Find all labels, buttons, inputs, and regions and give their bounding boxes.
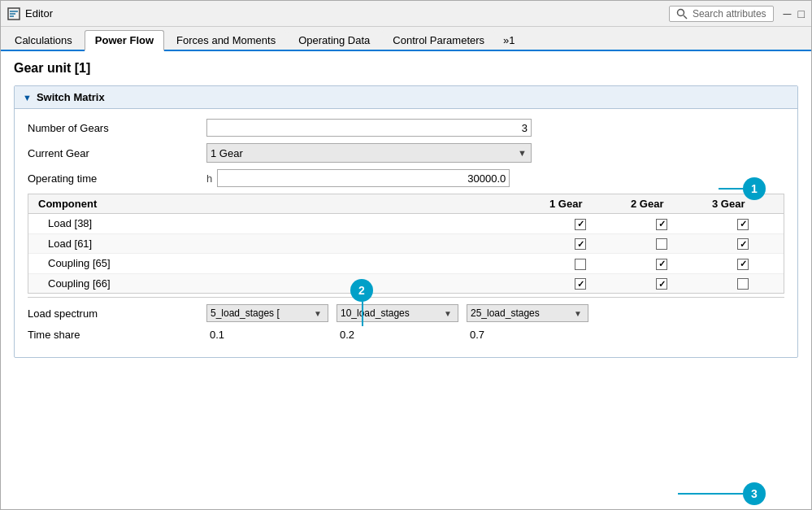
- component-row-1-gear3-cell: [702, 233, 784, 254]
- component-row-1-gear2-cell: [621, 233, 702, 254]
- component-row-3-gear2-cell: [621, 273, 702, 293]
- search-placeholder: Search attributes: [693, 8, 766, 20]
- tab-control-parameters[interactable]: Control Parameters: [382, 30, 495, 50]
- annotation-1-label: 1: [751, 182, 758, 195]
- page-content-area: Gear unit [1] ▼ Switch Matrix Number of …: [1, 51, 811, 509]
- time-share-cells: 0.1 0.2 0.7: [206, 327, 784, 342]
- svg-line-5: [684, 15, 687, 19]
- checkbox-row0-gear2[interactable]: [656, 219, 667, 230]
- component-row-2-gear3-cell: [702, 254, 784, 274]
- panel-body: Number of Gears Current Gear 1 Gear 2 Ge…: [15, 109, 797, 357]
- operating-time-row: Operating time h: [28, 169, 784, 187]
- col-header-gear3: 3 Gear: [702, 194, 784, 214]
- checkbox-row0-gear3[interactable]: [737, 219, 749, 230]
- tab-operating-data[interactable]: Operating Data: [288, 30, 380, 50]
- tab-power-flow[interactable]: Power Flow: [85, 30, 164, 51]
- operating-time-label: Operating time: [28, 172, 206, 185]
- time-share-cell-1: 0.1: [206, 327, 337, 342]
- checkbox-row3-gear3[interactable]: [737, 278, 749, 290]
- window-title: Editor: [25, 7, 53, 20]
- checkbox-row2-gear3[interactable]: [737, 259, 749, 270]
- search-bar[interactable]: Search attributes: [669, 6, 774, 22]
- col-header-gear2: 2 Gear: [621, 194, 702, 214]
- page-title: Gear unit [1]: [14, 61, 798, 76]
- component-row-3-gear1-cell: [540, 273, 621, 293]
- tab-bar: Calculations Power Flow Forces and Momen…: [1, 27, 811, 51]
- checkbox-row1-gear2[interactable]: [656, 238, 667, 250]
- load-spectrum-cell-3: 25_load_stages ▼: [467, 304, 597, 322]
- annotation-2-label: 2: [358, 284, 365, 297]
- minimize-button[interactable]: ─: [784, 8, 792, 20]
- current-gear-select[interactable]: 1 Gear 2 Gear 3 Gear: [206, 143, 532, 163]
- operating-time-input[interactable]: [217, 169, 510, 187]
- component-row-0-gear3-cell: [702, 214, 784, 234]
- svg-point-4: [677, 9, 684, 15]
- checkbox-row1-gear1[interactable]: [575, 238, 586, 250]
- annotation-2: 2: [350, 279, 373, 302]
- component-name: Load [61]: [28, 233, 540, 254]
- annotation-3-label: 3: [751, 487, 758, 500]
- annotation-3: 3: [743, 482, 766, 505]
- load-spectrum-select-3[interactable]: 25_load_stages: [467, 304, 588, 322]
- search-icon: [676, 8, 688, 20]
- bottom-rows: Load spectrum 5_load_stages [ ▼: [28, 297, 784, 342]
- table-row: Coupling [66]: [28, 273, 784, 293]
- component-table-wrapper: Component 1 Gear 2 Gear 3 Gear Load [38]…: [28, 194, 784, 294]
- checkbox-row3-gear1[interactable]: [575, 278, 586, 290]
- checkbox-row3-gear2[interactable]: [656, 278, 667, 290]
- load-spectrum-cells: 5_load_stages [ ▼ 10_load_stages ▼: [206, 304, 784, 322]
- time-share-cell-3: 0.7: [467, 327, 597, 342]
- component-row-1-gear1-cell: [540, 233, 621, 254]
- checkbox-row1-gear3[interactable]: [737, 238, 749, 250]
- component-row-3-gear3-cell: [702, 273, 784, 293]
- component-table: Component 1 Gear 2 Gear 3 Gear Load [38]…: [28, 194, 784, 293]
- time-share-row: Time share 0.1 0.2 0.7: [28, 327, 784, 342]
- checkbox-row0-gear1[interactable]: [575, 219, 586, 230]
- panel-title: Switch Matrix: [37, 91, 105, 103]
- col-header-component: Component: [28, 194, 540, 214]
- tab-calculations[interactable]: Calculations: [4, 30, 83, 50]
- annotation-1: 1: [743, 177, 766, 200]
- tab-overflow[interactable]: »1: [497, 31, 521, 50]
- table-row: Load [38]: [28, 214, 784, 234]
- component-row-0-gear2-cell: [621, 214, 702, 234]
- number-of-gears-label: Number of Gears: [28, 122, 206, 134]
- component-name: Load [38]: [28, 214, 540, 234]
- table-header-row: Component 1 Gear 2 Gear 3 Gear: [28, 194, 784, 214]
- editor-icon: [7, 7, 20, 20]
- load-spectrum-select-2[interactable]: 10_load_stages: [337, 304, 458, 322]
- component-name: Coupling [65]: [28, 254, 540, 274]
- annotation-3-line: [678, 493, 743, 495]
- number-of-gears-row: Number of Gears: [28, 119, 784, 137]
- operating-time-unit: h: [206, 172, 212, 185]
- panel-collapse-arrow[interactable]: ▼: [23, 93, 32, 102]
- number-of-gears-input[interactable]: [206, 119, 532, 137]
- component-row-0-gear1-cell: [540, 214, 621, 234]
- load-spectrum-cell-2: 10_load_stages ▼: [337, 304, 467, 322]
- panel-header[interactable]: ▼ Switch Matrix: [15, 86, 797, 109]
- load-spectrum-cell-1: 5_load_stages [ ▼: [206, 304, 337, 322]
- content-area: Gear unit [1] ▼ Switch Matrix Number of …: [1, 51, 811, 368]
- load-spectrum-select-1[interactable]: 5_load_stages [: [206, 304, 328, 322]
- current-gear-select-wrapper: 1 Gear 2 Gear 3 Gear ▼: [206, 143, 532, 163]
- maximize-button[interactable]: □: [798, 8, 805, 20]
- col-header-gear1: 1 Gear: [540, 194, 621, 214]
- time-share-label: Time share: [28, 329, 206, 341]
- table-row: Load [61]: [28, 233, 784, 254]
- checkbox-row2-gear1[interactable]: [575, 259, 586, 270]
- component-name: Coupling [66]: [28, 273, 540, 293]
- table-row: Coupling [65]: [28, 254, 784, 274]
- tab-forces-moments[interactable]: Forces and Moments: [166, 30, 286, 50]
- load-spectrum-row: Load spectrum 5_load_stages [ ▼: [28, 304, 784, 322]
- title-bar: Editor Search attributes ─ □: [1, 1, 811, 27]
- current-gear-row: Current Gear 1 Gear 2 Gear 3 Gear ▼: [28, 143, 784, 163]
- checkbox-row2-gear2[interactable]: [656, 259, 667, 270]
- component-row-2-gear2-cell: [621, 254, 702, 274]
- switch-matrix-panel: ▼ Switch Matrix Number of Gears Current …: [14, 85, 798, 358]
- load-spectrum-label: Load spectrum: [28, 307, 206, 320]
- time-share-cell-2: 0.2: [337, 327, 467, 342]
- current-gear-label: Current Gear: [28, 147, 206, 159]
- component-row-2-gear1-cell: [540, 254, 621, 274]
